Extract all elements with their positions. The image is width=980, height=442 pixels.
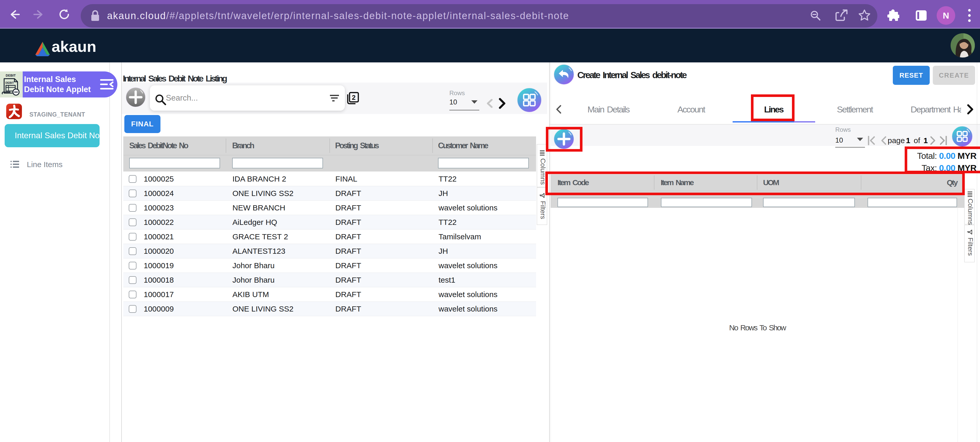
svg-text:DEBIT: DEBIT — [6, 73, 16, 77]
svg-text:DEBIT: DEBIT — [5, 81, 14, 84]
svg-text:2: 2 — [352, 94, 355, 101]
